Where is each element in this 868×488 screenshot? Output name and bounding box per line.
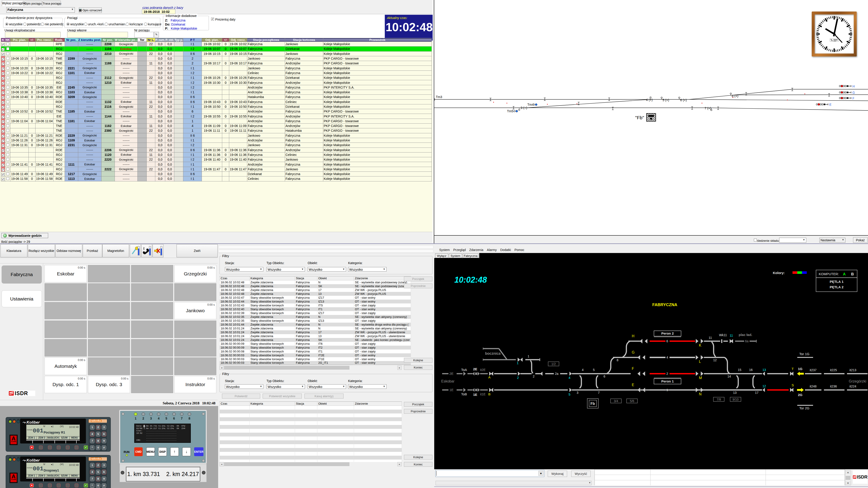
svg-text:7: 7: [598, 391, 600, 394]
svg-text:16: 16: [749, 368, 753, 372]
svg-text:12: 12: [713, 358, 717, 362]
svg-text:12: 12: [763, 384, 766, 388]
svg-text:F: F: [852, 96, 855, 100]
svg-text:2: 2: [143, 417, 144, 420]
svg-text:6a: 6a: [745, 339, 749, 343]
svg-text:bocznica: bocznica: [485, 352, 501, 355]
svg-text:7 (+): 7 (+): [705, 106, 711, 110]
svg-text:PĘTLA 1: PĘTLA 1: [830, 280, 843, 284]
svg-text:it1E: it1E: [480, 392, 486, 396]
svg-text:2G: 2G: [798, 393, 802, 397]
svg-text:2E: 2E: [473, 367, 477, 371]
svg-text:1E: 1E: [473, 393, 477, 396]
svg-text:5: 5: [568, 392, 570, 396]
svg-text:17: 17: [755, 391, 758, 394]
svg-text:Tor 2G: Tor 2G: [799, 406, 809, 410]
svg-text:11: 11: [709, 336, 712, 339]
svg-text:6: 6: [603, 375, 605, 378]
svg-text:4: 4: [666, 356, 668, 359]
svg-text:4: 4: [582, 368, 584, 372]
svg-text:11: 11: [730, 334, 733, 337]
svg-text:10:02:48: 10:02:48: [454, 275, 487, 285]
svg-text:2: 2: [666, 372, 668, 376]
svg-text:5: 5: [593, 368, 595, 372]
svg-text:6: 6: [173, 417, 175, 420]
svg-text:6: 6: [666, 339, 668, 343]
svg-text:1: 1: [666, 388, 668, 392]
svg-text:it225: it225: [830, 368, 837, 372]
svg-text:8 (+): 8 (+): [732, 94, 738, 98]
svg-text:3: 3: [577, 391, 579, 394]
svg-text:A: A: [843, 272, 846, 276]
svg-text:G: G: [852, 91, 855, 94]
svg-text:6 (+): 6 (+): [680, 98, 687, 102]
svg-text:M: M: [699, 376, 702, 380]
svg-text:13: 13: [733, 391, 737, 394]
svg-text:T: T: [792, 367, 794, 371]
svg-text:B: B: [488, 392, 491, 396]
svg-text:1: 1: [528, 355, 529, 358]
svg-text:Kolory:: Kolory:: [773, 271, 785, 275]
svg-text:PĘTLA 2: PĘTLA 2: [830, 285, 843, 289]
svg-text:plac ład.: plac ład.: [739, 333, 752, 337]
svg-text:14: 14: [727, 375, 731, 378]
svg-text:7: 7: [181, 417, 183, 420]
svg-text:Peron 1: Peron 1: [661, 379, 674, 383]
svg-text:Tm3: Tm3: [436, 95, 442, 99]
svg-text:5: 5: [165, 417, 167, 420]
svg-text:ToB: ToB: [461, 392, 467, 396]
svg-text:3: 3: [150, 417, 152, 420]
svg-text:Peron 2: Peron 2: [661, 331, 674, 335]
svg-text:1G: 1G: [798, 367, 802, 371]
svg-text:H: H: [632, 334, 634, 338]
svg-text:Wk11: Wk11: [719, 333, 727, 337]
svg-text:FABRYCZNA: FABRYCZNA: [652, 302, 677, 307]
svg-text:it237: it237: [810, 368, 817, 372]
svg-text:3/4: 3/4: [614, 399, 618, 403]
svg-text:4: 4: [158, 417, 160, 420]
svg-text:4: 4: [568, 376, 570, 380]
svg-text:E: E: [632, 383, 634, 387]
svg-text:4 (+): 4 (+): [646, 98, 653, 102]
svg-text:8: 8: [188, 417, 190, 420]
svg-text:2a: 2a: [555, 372, 559, 376]
svg-text:it213: it213: [849, 368, 857, 372]
svg-text:N: N: [699, 392, 702, 396]
svg-text:L: L: [699, 360, 701, 363]
svg-text:it2E: it2E: [480, 368, 486, 372]
svg-text:B: B: [851, 272, 854, 276]
svg-text:S: S: [792, 383, 794, 387]
svg-text:Grzegórzki: Grzegórzki: [849, 379, 866, 383]
svg-text:G: G: [632, 350, 634, 354]
svg-text:Tm5: Tm5: [507, 109, 513, 113]
svg-text:1: 1: [135, 417, 136, 420]
svg-text:2: 2: [533, 375, 535, 378]
svg-text:5 (+): 5 (+): [662, 98, 669, 102]
svg-text:2E: 2E: [450, 372, 454, 376]
svg-text:H: H: [852, 85, 855, 88]
svg-text:Fb: Fb: [590, 402, 595, 405]
svg-text:5/6: 5/6: [630, 399, 634, 403]
svg-text:Tm4: Tm4: [527, 103, 534, 106]
svg-text:Tor 1G: Tor 1G: [799, 352, 809, 356]
svg-text:13: 13: [763, 368, 766, 372]
svg-text:KOMPUTER:: KOMPUTER:: [819, 272, 839, 276]
svg-text:1/2: 1/2: [551, 362, 556, 366]
svg-text:"Fb": "Fb": [635, 115, 644, 120]
svg-text:ToA: ToA: [461, 368, 467, 372]
svg-text:it248: it248: [810, 385, 817, 388]
svg-text:A: A: [488, 375, 491, 379]
svg-text:2: 2: [517, 376, 519, 380]
svg-text:E: E: [829, 103, 831, 106]
svg-text:9/10: 9/10: [733, 398, 739, 401]
svg-text:it236: it236: [830, 385, 837, 388]
svg-text:F: F: [632, 367, 634, 370]
svg-text:Eskobar: Eskobar: [441, 379, 455, 383]
svg-text:15: 15: [738, 368, 741, 372]
svg-text:it224: it224: [849, 385, 857, 388]
svg-text:3 (+): 3 (+): [521, 106, 527, 109]
svg-text:1E: 1E: [450, 388, 454, 392]
svg-text:K: K: [699, 344, 702, 347]
svg-text:8: 8: [617, 358, 618, 362]
svg-text:7/8: 7/8: [717, 398, 721, 401]
